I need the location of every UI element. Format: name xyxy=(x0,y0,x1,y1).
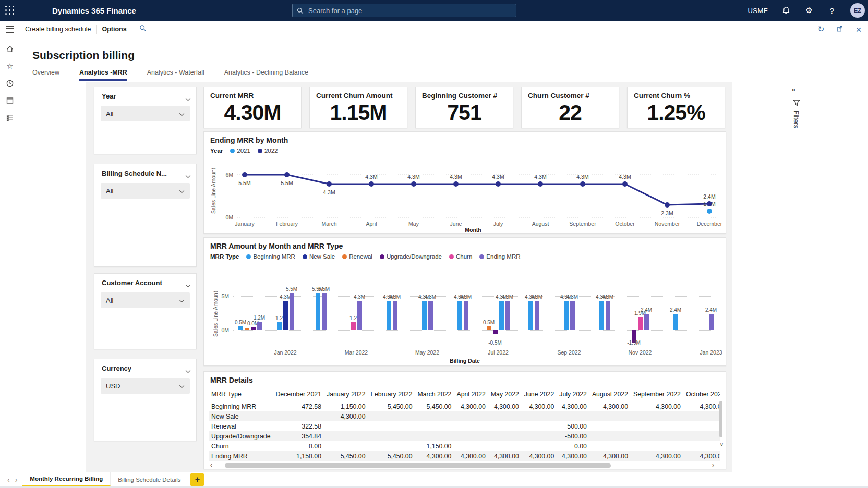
search-input[interactable] xyxy=(307,6,512,15)
nav-rail-modules-icon[interactable] xyxy=(0,109,20,126)
filter-funnel-icon[interactable] xyxy=(793,99,800,108)
table-horizontal-scrollbar[interactable] xyxy=(225,463,611,468)
bar-ending-jun-2022[interactable] xyxy=(464,301,468,330)
chevron-down-icon[interactable] xyxy=(185,366,191,375)
bar-beginning-oct-2022[interactable] xyxy=(599,301,604,330)
bar-beginning-dec-2022[interactable] xyxy=(673,314,678,330)
tab-analytics-waterfall[interactable]: Analytics - Waterfall xyxy=(147,69,204,81)
bar-beginning-may-2022[interactable] xyxy=(422,301,427,330)
notifications-bell-icon[interactable] xyxy=(781,6,791,15)
column-header-june-2022[interactable]: June 2022 xyxy=(524,388,559,401)
bar-value-label: 2.4M xyxy=(705,307,717,313)
bar-churn-mar-2022[interactable] xyxy=(351,322,356,330)
chevron-down-icon[interactable] xyxy=(185,171,191,180)
chevron-down-icon[interactable] xyxy=(185,280,191,290)
bar-beginning-apr-2022[interactable] xyxy=(387,301,391,330)
bar-ending-feb-2022[interactable] xyxy=(322,293,327,330)
bar-beginning-jun-2022[interactable] xyxy=(457,301,462,330)
bar-ending-dec-2021[interactable] xyxy=(257,322,262,330)
slicer-dropdown-customer-account[interactable]: All xyxy=(101,292,190,308)
bar-beginning-feb-2022[interactable] xyxy=(316,293,320,330)
slicer-dropdown-billing-schedule-n[interactable]: All xyxy=(101,183,190,199)
column-header-december-2021[interactable]: December 2021 xyxy=(275,388,327,401)
bar-ending-sep-2022[interactable] xyxy=(570,301,575,330)
table-scroll-right-icon[interactable]: › xyxy=(712,461,714,469)
bar-ending-mar-2022[interactable] xyxy=(357,301,362,330)
bar-ending-apr-2022[interactable] xyxy=(393,301,397,330)
bar-ending-jan-2023[interactable] xyxy=(709,314,714,330)
app-launcher-waffle-icon[interactable] xyxy=(0,0,20,21)
options-menu[interactable]: Options xyxy=(97,26,131,33)
add-sheet-button[interactable]: + xyxy=(190,473,204,486)
chevron-down-icon[interactable] xyxy=(185,94,191,103)
top-right-controls: USMF ⚙ ? EZ xyxy=(748,0,865,21)
table-row-beginning-mrr[interactable]: Beginning MRR472.581,150.005,450.005,450… xyxy=(209,401,720,412)
column-header-january-2022[interactable]: January 2022 xyxy=(327,388,371,401)
bar-beginning-jul-2022[interactable] xyxy=(499,301,504,330)
bar-ending-oct-2022[interactable] xyxy=(606,301,610,330)
column-header-march-2022[interactable]: March 2022 xyxy=(418,388,457,401)
tab-overview[interactable]: Overview xyxy=(32,69,59,81)
bar-renewal-jul-2022[interactable] xyxy=(487,326,491,330)
bar-ending-may-2022[interactable] xyxy=(428,301,433,330)
nav-rail-recent-icon[interactable] xyxy=(0,75,20,92)
sheet-next-icon[interactable]: › xyxy=(15,475,18,484)
bar-ending-nov-2022[interactable] xyxy=(644,314,649,330)
table-scroll-left-icon[interactable]: ‹ xyxy=(210,461,212,469)
bar-beginning-jan-2022[interactable] xyxy=(277,322,282,330)
chevron-down-icon xyxy=(179,186,185,196)
open-in-new-window-icon[interactable] xyxy=(835,25,845,34)
user-avatar[interactable]: EZ xyxy=(850,3,865,18)
close-icon[interactable]: × xyxy=(853,25,864,34)
settings-gear-icon[interactable]: ⚙ xyxy=(804,6,814,15)
tab-analytics-declining-balance[interactable]: Analytics - Declining Balance xyxy=(224,69,308,81)
nav-rail-workspaces-icon[interactable] xyxy=(0,92,20,109)
sheet-prev-icon[interactable]: ‹ xyxy=(7,475,10,484)
slicer-card-customer-account: Customer AccountAll xyxy=(94,273,197,349)
table-row-renewal[interactable]: Renewal322.58500.00 xyxy=(209,421,720,431)
bar-ending-aug-2022[interactable] xyxy=(535,301,539,330)
tab-analytics-mrr[interactable]: Analytics -MRR xyxy=(79,69,127,81)
slicer-dropdown-currency[interactable]: USD xyxy=(101,378,190,394)
sheet-tab-billing-schedule-details[interactable]: Billing Schedule Details xyxy=(111,472,188,486)
collapse-filters-icon[interactable]: « xyxy=(792,86,795,93)
table-row-churn[interactable]: Churn0.001,150.000.00 xyxy=(209,441,720,451)
bar-new_sale-jan-2022[interactable] xyxy=(283,301,288,330)
table-scroll-down-icon[interactable]: ∨ xyxy=(720,442,724,447)
kpi-label: Beginning Customer # xyxy=(422,92,497,100)
column-header-may-2022[interactable]: May 2022 xyxy=(491,388,524,401)
slicer-dropdown-year[interactable]: All xyxy=(101,106,190,121)
nav-rail-home-icon[interactable] xyxy=(0,41,20,57)
column-header-october-2022[interactable]: October 2022 xyxy=(686,388,720,401)
bar-beginning-sep-2022[interactable] xyxy=(564,301,569,330)
table-row-new-sale[interactable]: New Sale4,300.00 xyxy=(209,411,720,421)
bar-renewal-dec-2021[interactable] xyxy=(245,328,249,330)
column-header-february-2022[interactable]: February 2022 xyxy=(371,388,418,401)
table-vertical-scrollbar[interactable] xyxy=(719,401,722,437)
column-header-july-2022[interactable]: July 2022 xyxy=(559,388,592,401)
table-row-upgrade-downgrade[interactable]: Upgrade/Downgrade354.84-500.00 xyxy=(209,431,720,441)
bar-ending-jan-2022[interactable] xyxy=(290,293,294,330)
company-selector[interactable]: USMF xyxy=(748,7,768,15)
bar-upgrade-jul-2022[interactable] xyxy=(493,330,498,334)
sheet-tab-monthly-recurring-billing[interactable]: Monthly Recurring Billing xyxy=(22,472,111,486)
bar-beginning-dec-2021[interactable] xyxy=(238,326,243,330)
bar-beginning-aug-2022[interactable] xyxy=(528,301,533,330)
create-billing-schedule-button[interactable]: Create billing schedule xyxy=(20,26,96,33)
bar-ending-jul-2022[interactable] xyxy=(505,301,510,330)
bar-upgrade-dec-2021[interactable] xyxy=(251,327,256,330)
nav-rail-favorites-icon[interactable]: ☆ xyxy=(0,58,20,75)
column-header-september-2022[interactable]: September 2022 xyxy=(633,388,686,401)
action-search-icon[interactable] xyxy=(139,25,147,34)
refresh-icon[interactable]: ↻ xyxy=(816,25,826,34)
hamburger-menu-icon[interactable] xyxy=(0,21,20,38)
column-header-april-2022[interactable]: April 2022 xyxy=(456,388,490,401)
column-header-august-2022[interactable]: August 2022 xyxy=(592,388,633,401)
bar-value-label: 4.3M xyxy=(531,294,542,300)
global-search-box[interactable] xyxy=(292,4,516,17)
bar-churn-nov-2022[interactable] xyxy=(638,317,643,330)
column-header-mrr-type[interactable]: MRR Type xyxy=(209,388,275,401)
help-icon[interactable]: ? xyxy=(827,6,837,15)
table-row-ending-mrr[interactable]: Ending MRR1,150.005,450.005,450.004,300.… xyxy=(209,451,720,461)
slicer-selected-value: All xyxy=(106,187,179,195)
